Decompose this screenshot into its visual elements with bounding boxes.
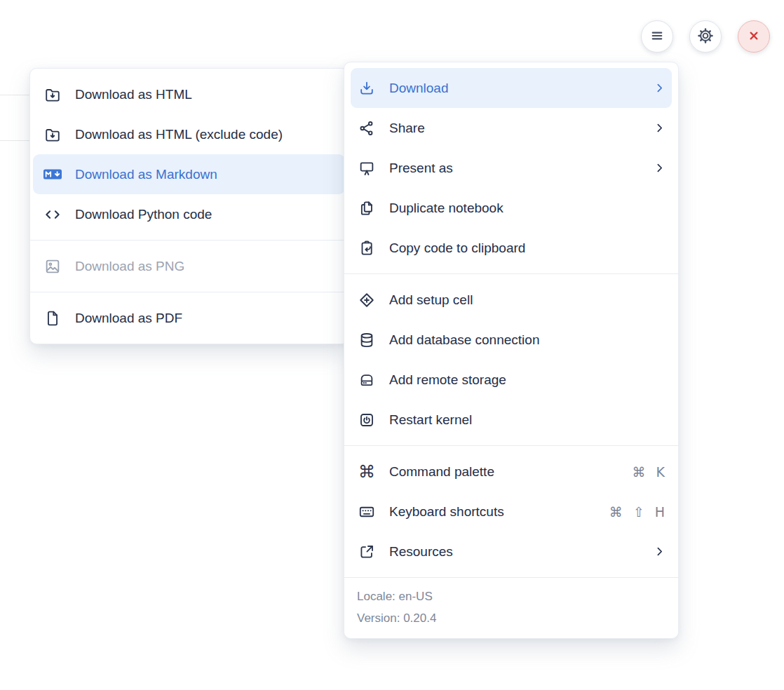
background-rule [0,95,29,95]
menu-item-label: Share [389,121,641,136]
menu-item-label: Duplicate notebook [389,201,665,216]
menu-item-label: Restart kernel [389,412,665,428]
menu-item-download-as-html[interactable]: Download as HTML [30,74,348,114]
menu-group: ⌘Command palette⌘ KKeyboard shortcuts⌘ ⇧… [344,445,678,577]
power-icon [357,411,377,429]
menu-item-label: Present as [389,161,641,176]
locale-text: Locale: en-US [357,586,665,607]
present-icon [357,159,377,177]
chevron-right-icon [654,546,665,557]
menu-group: Add setup cellAdd database connectionAdd… [344,273,678,445]
close-icon [745,27,763,47]
menu-group: DownloadSharePresent asDuplicate noteboo… [344,62,678,273]
submenu-group: Download as HTMLDownload as HTML (exclud… [30,69,348,240]
menu-item-label: Add database connection [389,332,665,348]
background-rule [0,140,29,141]
menu-item-add-remote-storage[interactable]: Add remote storage [344,360,678,400]
menu-item-label: Download as Markdown [75,167,335,182]
shortcut-hint: ⌘ K [633,464,666,480]
code-icon [43,205,62,224]
menu-item-download-as-pdf[interactable]: Download as PDF [30,298,348,338]
shortcut-hint: ⌘ ⇧ H [609,504,665,520]
menu-item-command-palette[interactable]: ⌘Command palette⌘ K [344,452,678,492]
file-icon [43,309,62,327]
gear-icon [696,27,715,47]
menu-item-label: Add remote storage [389,372,665,388]
menu-item-download[interactable]: Download [351,68,672,108]
menu-item-present-as[interactable]: Present as [344,148,678,188]
menu-item-restart-kernel[interactable]: Restart kernel [344,400,678,440]
menu-item-label: Download as HTML (exclude code) [75,127,335,142]
menu-item-label: Download as PDF [75,311,335,326]
storage-icon [357,371,377,389]
menu-item-label: Download as PNG [75,259,335,274]
duplicate-icon [357,199,377,217]
image-icon [43,257,62,276]
submenu-group: Download as PNG [30,240,348,292]
folder-download-icon [43,86,62,104]
download-icon [357,79,377,97]
diamond-plus-icon [357,291,377,309]
close-button[interactable] [738,20,770,53]
menu-item-download-as-png: Download as PNG [30,246,348,286]
chevron-right-icon [654,82,665,94]
menu-item-share[interactable]: Share [344,108,678,148]
menu-item-label: Resources [389,544,641,560]
menu-item-label: Download Python code [75,207,335,222]
menu-item-keyboard-shortcuts[interactable]: Keyboard shortcuts⌘ ⇧ H [344,492,678,532]
menu-item-label: Command palette [389,464,620,480]
menu-item-add-database-connection[interactable]: Add database connection [344,320,678,360]
submenu-group: Download as PDF [30,292,348,344]
hamburger-icon [648,27,666,47]
folder-download-icon [43,126,62,144]
menu-item-label: Keyboard shortcuts [389,504,597,520]
menu-item-label: Download as HTML [75,87,335,102]
main-menu: DownloadSharePresent asDuplicate noteboo… [344,62,679,639]
settings-button[interactable] [689,20,722,53]
menu-item-duplicate-notebook[interactable]: Duplicate notebook [344,188,678,228]
menu-item-download-as-markdown[interactable]: Download as Markdown [33,154,345,194]
menu-button[interactable] [641,20,673,53]
keyboard-icon [357,503,377,521]
chevron-right-icon [654,162,665,174]
command-icon: ⌘ [357,464,377,480]
menu-item-download-python-code[interactable]: Download Python code [30,194,348,234]
menu-item-add-setup-cell[interactable]: Add setup cell [344,280,678,320]
menu-item-label: Add setup cell [389,292,665,308]
menu-item-label: Copy code to clipboard [389,241,665,256]
window-controls [641,20,770,53]
menu-item-download-as-html-exclude-code[interactable]: Download as HTML (exclude code) [30,114,348,154]
share-icon [357,119,377,137]
markdown-icon [43,165,62,183]
chevron-right-icon [654,122,665,134]
menu-footer: Locale: en-US Version: 0.20.4 [344,577,678,638]
database-icon [357,331,377,349]
menu-item-copy-code-to-clipboard[interactable]: Copy code to clipboard [344,228,678,268]
clipboard-arrow-icon [357,239,377,257]
menu-item-resources[interactable]: Resources [344,532,678,571]
menu-item-label: Download [389,81,641,96]
version-text: Version: 0.20.4 [357,607,665,629]
download-submenu: Download as HTMLDownload as HTML (exclud… [29,68,349,344]
external-link-icon [357,543,377,561]
